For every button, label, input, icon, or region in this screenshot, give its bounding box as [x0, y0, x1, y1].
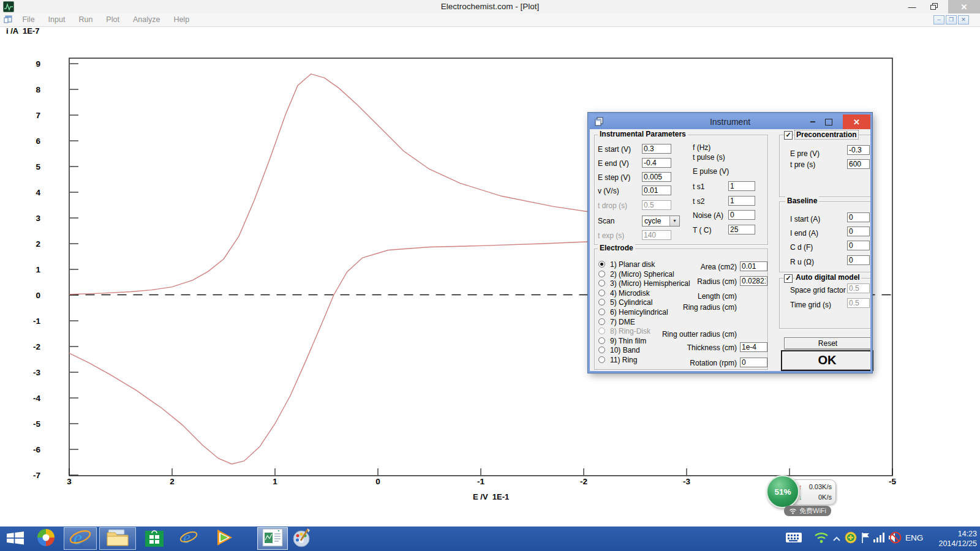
y-tick-label: 7 — [36, 111, 40, 120]
label-r-u: R u (Ω) — [790, 258, 814, 266]
wifi-icon — [789, 508, 797, 514]
y-tick-label: 0 — [36, 291, 40, 300]
menu-item-run[interactable]: Run — [72, 13, 99, 24]
auto-digital-model-checkbox[interactable]: ✓ — [784, 274, 793, 283]
svg-text:e: e — [183, 528, 190, 547]
y-tick-label: 4 — [36, 188, 40, 197]
tray-show-hidden-icons[interactable] — [832, 531, 842, 546]
taskbar-internet-explorer[interactable]: e — [64, 527, 97, 550]
clock-time: 14:23 — [922, 529, 977, 539]
y-axis-title: i /A 1E-7 — [6, 26, 39, 36]
label-e-start-v: E start (V) — [598, 145, 631, 154]
upload-speed: 0.03K/s — [809, 483, 832, 490]
scan-select[interactable]: cycle▼ — [642, 216, 680, 227]
electrode-option-4-microdisk: 4) Microdisk — [610, 289, 650, 298]
desktop: Electrochemist.com - [Plot] — ✕ FileInpu… — [0, 0, 980, 551]
field-radius-cm-input[interactable] — [740, 276, 767, 286]
y-tick-label: 1 — [36, 265, 40, 274]
field-i-start-a-input[interactable] — [847, 212, 870, 222]
tray-signal[interactable] — [872, 531, 886, 546]
scan-select-value: cycle — [644, 217, 661, 225]
reset-button[interactable]: Reset — [784, 337, 872, 350]
signal-bars-icon — [873, 532, 885, 545]
taskbar-windows-store[interactable] — [142, 527, 167, 550]
tray-action-center[interactable] — [860, 531, 871, 546]
document-window-icon — [4, 15, 13, 26]
menu-item-input[interactable]: Input — [42, 13, 72, 24]
group-label-baseline: Baseline — [785, 197, 819, 205]
field-c-d-f-input[interactable] — [847, 241, 870, 250]
field-thickness-cm-input[interactable] — [740, 342, 767, 352]
label-f-hz: f (Hz) — [693, 143, 710, 152]
electrode-radio-1-planar-disk[interactable] — [598, 261, 605, 268]
taskbar-electrochemist-app[interactable] — [257, 527, 288, 550]
taskbar-clock[interactable]: 14:23 2014/12/25 — [922, 529, 977, 549]
field-rotation-rpm-input[interactable] — [740, 358, 767, 367]
label-thickness-cm: Thickness (cm) — [646, 343, 737, 352]
mdi-restore-button[interactable]: ❐ — [946, 15, 957, 24]
field-noise-a-input[interactable] — [728, 210, 755, 220]
tray-touch-keyboard[interactable] — [784, 531, 804, 546]
electrode-radio-7-dme[interactable] — [598, 318, 605, 325]
field-area-cm2-input[interactable] — [740, 261, 767, 271]
field-e-end-v-input[interactable] — [642, 158, 671, 168]
field-i-end-a-input[interactable] — [847, 227, 870, 236]
tray-antivirus[interactable] — [844, 531, 858, 546]
tray-volume-muted[interactable] — [887, 531, 903, 546]
menu-item-file[interactable]: File — [15, 13, 41, 24]
field-e-pre-v-input[interactable] — [847, 145, 870, 155]
electrode-option-8-ring-disk: 8) Ring-Disk — [610, 327, 650, 335]
dialog-minimize-button[interactable]: – — [805, 114, 820, 129]
network-speed-widget[interactable]: ↑ 0.03K/s ↓ 0K/s 51% — [766, 475, 837, 508]
label-length-cm: Length (cm) — [646, 292, 737, 301]
menu-item-analyze[interactable]: Analyze — [126, 13, 167, 24]
window-close-button[interactable]: ✕ — [948, 0, 980, 13]
field-t-s1-input[interactable] — [728, 181, 755, 191]
electrode-radio-6-hemicylindrical[interactable] — [598, 309, 605, 315]
field-t-s2-input[interactable] — [728, 196, 755, 206]
windows-logo-icon — [6, 529, 24, 549]
percent-label: 51% — [774, 487, 791, 497]
tray-wifi[interactable] — [813, 531, 829, 546]
taskbar-media-player[interactable] — [211, 527, 238, 550]
taskbar-browser-360[interactable] — [34, 527, 58, 550]
mdi-close-button[interactable]: ✕ — [958, 15, 969, 24]
y-tick-label: -1 — [33, 317, 40, 326]
dialog-titlebar[interactable]: Instrument – ✕ — [590, 114, 870, 129]
taskbar-paint[interactable] — [287, 527, 317, 550]
field-t-exp-s-input — [642, 230, 671, 240]
field-t-c-input[interactable] — [728, 225, 755, 234]
window-minimize-button[interactable]: — — [903, 0, 921, 13]
field-space-grid-factor-input — [847, 283, 870, 293]
y-tick-label: -2 — [33, 342, 40, 351]
electrode-radio-2-micro-spherical[interactable] — [598, 271, 605, 277]
field-r-u-input[interactable] — [847, 255, 870, 265]
field-t-pre-s-input[interactable] — [847, 159, 870, 169]
dialog-maximize-button[interactable] — [821, 114, 836, 129]
electrode-radio-4-microdisk[interactable] — [598, 290, 605, 296]
field-t-drop-s-input — [642, 200, 671, 210]
menu-item-plot[interactable]: Plot — [99, 13, 126, 24]
language-indicator[interactable]: ENG — [905, 533, 923, 542]
clock-date: 2014/12/25 — [922, 539, 977, 549]
taskbar-internet-explorer-alt[interactable]: e — [175, 527, 202, 550]
mdi-minimize-button[interactable]: – — [933, 15, 944, 24]
shield-plus-icon — [845, 531, 857, 546]
electrode-radio-9-thin-film[interactable] — [598, 337, 605, 344]
chevron-down-icon[interactable]: ▼ — [669, 216, 679, 226]
field-v-v-s-input[interactable] — [642, 186, 671, 195]
taskbar-file-explorer[interactable] — [99, 527, 136, 550]
optimization-ball[interactable]: 51% — [766, 475, 799, 508]
preconcentration-label: Preconcentration — [794, 130, 859, 140]
taskbar-start-button[interactable] — [5, 527, 26, 550]
preconcentration-checkbox[interactable]: ✓ — [784, 131, 793, 140]
electrode-option-7-dme: 7) DME — [610, 318, 635, 326]
field-e-start-v-input[interactable] — [642, 144, 671, 154]
dialog-close-button[interactable]: ✕ — [843, 114, 870, 129]
tooltip-text: 免费WiFi — [799, 506, 826, 515]
ok-button[interactable]: OK — [781, 350, 873, 371]
field-e-step-v-input[interactable] — [642, 172, 671, 182]
electrode-radio-11-ring[interactable] — [598, 356, 605, 363]
menu-item-help[interactable]: Help — [167, 13, 196, 24]
window-restore-button[interactable] — [925, 0, 943, 13]
